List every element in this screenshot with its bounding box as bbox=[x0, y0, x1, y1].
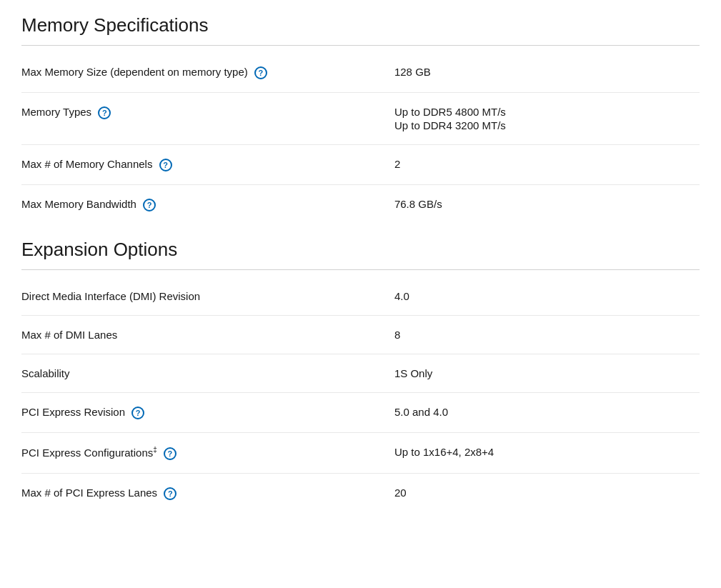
spec-label-memory-types: Memory Types ? bbox=[21, 93, 394, 145]
spec-value-memory-types: Up to DDR5 4800 MT/s Up to DDR4 3200 MT/… bbox=[394, 93, 700, 145]
spec-value-dmi-revision: 4.0 bbox=[394, 277, 700, 316]
spec-label-pcie-revision: PCI Express Revision ? bbox=[21, 393, 394, 433]
table-row: PCI Express Configurations‡ ? Up to 1x16… bbox=[21, 433, 700, 474]
memory-spec-table: Max Memory Size (dependent on memory typ… bbox=[21, 53, 700, 224]
spec-value-scalability: 1S Only bbox=[394, 354, 700, 393]
spec-label-memory-channels: Max # of Memory Channels ? bbox=[21, 145, 394, 185]
page-container: Memory Specifications Max Memory Size (d… bbox=[0, 0, 721, 542]
help-icon-pcie-lanes[interactable]: ? bbox=[164, 487, 176, 500]
spec-value-dmi-lanes: 8 bbox=[394, 316, 700, 354]
spec-value-max-memory-size: 128 GB bbox=[394, 53, 700, 93]
memory-types-multiline: Up to DDR5 4800 MT/s Up to DDR4 3200 MT/… bbox=[394, 106, 700, 131]
pcie-config-sup: ‡ bbox=[153, 446, 157, 454]
help-icon-pcie-configs[interactable]: ? bbox=[164, 447, 176, 460]
help-icon-max-memory-size[interactable]: ? bbox=[254, 66, 267, 79]
spec-label-memory-bandwidth: Max Memory Bandwidth ? bbox=[21, 185, 394, 225]
expansion-spec-table: Direct Media Interface (DMI) Revision 4.… bbox=[21, 277, 700, 513]
table-row: Max # of Memory Channels ? 2 bbox=[21, 145, 700, 185]
table-row: Memory Types ? Up to DDR5 4800 MT/s Up t… bbox=[21, 93, 700, 145]
table-row: Max # of DMI Lanes 8 bbox=[21, 316, 700, 354]
expansion-section-title: Expansion Options bbox=[21, 239, 700, 269]
spec-value-pcie-revision: 5.0 and 4.0 bbox=[394, 393, 700, 433]
table-row: PCI Express Revision ? 5.0 and 4.0 bbox=[21, 393, 700, 433]
memory-type-ddr5: Up to DDR5 4800 MT/s bbox=[394, 106, 700, 118]
spec-value-pcie-configs: Up to 1x16+4, 2x8+4 bbox=[394, 433, 700, 474]
spec-value-pcie-lanes: 20 bbox=[394, 474, 700, 514]
memory-type-ddr4: Up to DDR4 3200 MT/s bbox=[394, 119, 700, 131]
table-row: Direct Media Interface (DMI) Revision 4.… bbox=[21, 277, 700, 316]
expansion-section-gap: Expansion Options bbox=[21, 239, 700, 270]
memory-section-title: Memory Specifications bbox=[21, 14, 700, 45]
table-row: Max # of PCI Express Lanes ? 20 bbox=[21, 474, 700, 514]
spec-value-memory-bandwidth: 76.8 GB/s bbox=[394, 185, 700, 225]
spec-label-dmi-revision: Direct Media Interface (DMI) Revision bbox=[21, 277, 394, 316]
table-row: Max Memory Size (dependent on memory typ… bbox=[21, 53, 700, 93]
spec-label-pcie-lanes: Max # of PCI Express Lanes ? bbox=[21, 474, 394, 514]
table-row: Scalability 1S Only bbox=[21, 354, 700, 393]
table-row: Max Memory Bandwidth ? 76.8 GB/s bbox=[21, 185, 700, 225]
spec-label-scalability: Scalability bbox=[21, 354, 394, 393]
expansion-divider bbox=[21, 269, 700, 270]
help-icon-memory-channels[interactable]: ? bbox=[159, 159, 172, 171]
memory-divider bbox=[21, 45, 700, 46]
spec-label-dmi-lanes: Max # of DMI Lanes bbox=[21, 316, 394, 354]
help-icon-memory-bandwidth[interactable]: ? bbox=[143, 199, 156, 211]
spec-label-pcie-configs: PCI Express Configurations‡ ? bbox=[21, 433, 394, 474]
spec-label-max-memory-size: Max Memory Size (dependent on memory typ… bbox=[21, 53, 394, 93]
help-icon-pcie-revision[interactable]: ? bbox=[131, 407, 144, 419]
spec-value-memory-channels: 2 bbox=[394, 145, 700, 185]
help-icon-memory-types[interactable]: ? bbox=[98, 106, 111, 119]
